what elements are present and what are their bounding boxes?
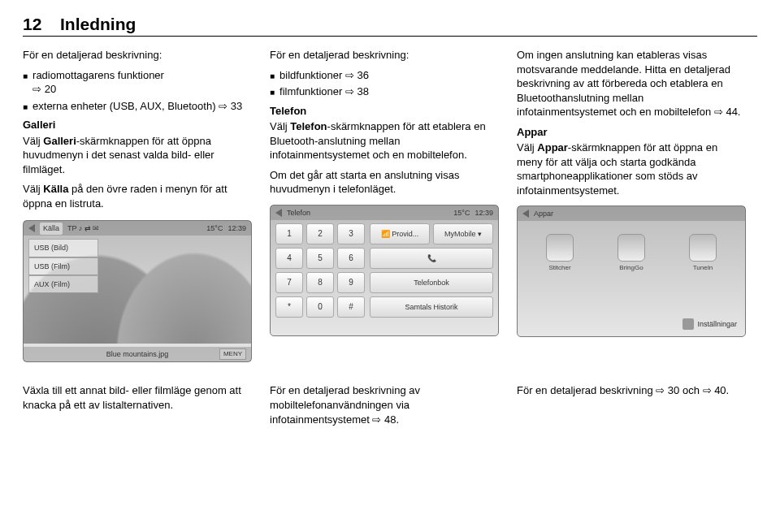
page-ref: ⇨ 36: [345, 68, 369, 83]
call-history-button[interactable]: Samtals Historik: [370, 296, 493, 318]
source-item-usb-bild[interactable]: USB (Bild): [28, 239, 98, 257]
key-3[interactable]: 3: [337, 223, 365, 244]
bottom-text-2: För en detaljerad beskrivning av mobilte…: [270, 383, 497, 426]
status-icons: TP ♪ ⇄ ✉: [67, 223, 99, 233]
section-title: Inledning: [60, 15, 136, 34]
telefon-p1: Välj Telefon-skärmknappen för att etable…: [270, 119, 497, 162]
source-item-usb-film[interactable]: USB (Film): [28, 257, 98, 275]
header-divider: [23, 36, 757, 37]
key-6[interactable]: 6: [337, 248, 365, 269]
galleri-screenshot: Källa TP ♪ ⇄ ✉ 15°C 12:39 USB (Bild) USB…: [23, 220, 252, 362]
bottom-col-3: För en detaljerad beskrivning ⇨ 30 och ⇨…: [517, 383, 744, 432]
key-4[interactable]: 4: [275, 248, 303, 269]
page-ref: ⇨ 33: [219, 99, 242, 114]
column-1: För en detaljerad beskrivning: ■ radiomo…: [23, 48, 250, 362]
square-bullet-icon: ■: [270, 71, 275, 82]
galleri-p2: Välj Källa på den övre raden i menyn för…: [23, 182, 250, 210]
col2-bullet-2: ■ filmfunktioner ⇨ 38: [270, 84, 497, 99]
telefon-heading: Telefon: [270, 104, 497, 119]
key-1[interactable]: 1: [275, 223, 303, 244]
thumb2-topbar: Telefon 15°C 12:39: [271, 205, 498, 220]
bottom-col-1: Växla till ett annat bild- eller filmläg…: [23, 383, 250, 432]
column-3: Om ingen anslutning kan etableras visas …: [517, 48, 744, 362]
bullet-text: radiomottagarens funktioner: [32, 69, 164, 81]
app-bringgo[interactable]: BringGo: [618, 234, 645, 273]
square-bullet-icon: ■: [23, 71, 28, 82]
device-dropdown[interactable]: MyMobile ▾: [433, 223, 493, 244]
key-2[interactable]: 2: [306, 223, 334, 244]
app-icon: [618, 234, 645, 262]
key-8[interactable]: 8: [306, 272, 334, 293]
thumb2-title: Telefon: [287, 208, 310, 218]
bottom-row: Växla till ett annat bild- eller filmläg…: [23, 383, 757, 432]
app-tunein[interactable]: TuneIn: [689, 234, 717, 273]
call-button[interactable]: 📞: [370, 248, 493, 269]
menu-button[interactable]: MENY: [219, 348, 246, 361]
thumb3-topbar: Appar: [518, 206, 745, 221]
square-bullet-icon: ■: [23, 102, 28, 113]
col2-bullet-1: ■ bildfunktioner ⇨ 36: [270, 68, 497, 83]
bottom-col-2: För en detaljerad beskrivning av mobilte…: [270, 383, 497, 432]
thumb1-caption: Blue mountains.jpg: [24, 347, 251, 361]
page-number: 12: [23, 15, 60, 34]
bottom-text-3: För en detaljerad beskrivning ⇨ 30 och ⇨…: [517, 383, 744, 398]
source-button[interactable]: Källa: [40, 223, 63, 234]
bottom-text-1: Växla till ett annat bild- eller filmläg…: [23, 383, 250, 412]
back-icon[interactable]: [28, 224, 35, 232]
page-ref: ⇨ 20: [32, 82, 56, 97]
col1-intro: För en detaljerad beskrivning:: [23, 48, 250, 63]
bullet-text: externa enheter (USB, AUX, Bluetooth): [32, 100, 215, 112]
back-icon[interactable]: [522, 210, 529, 218]
settings-button[interactable]: Inställningar: [682, 318, 737, 330]
clock-label: 12:39: [228, 223, 246, 233]
dial-keypad: 1 2 3 4 5 6 7 8 9 * 0 #: [275, 223, 365, 331]
col3-p1: Om ingen anslutning kan etableras visas …: [517, 48, 744, 119]
bullet-text: filmfunktioner: [280, 85, 342, 97]
phonebook-button[interactable]: Telefonbok: [370, 272, 493, 293]
col1-bullet-2: ■ externa enheter (USB, AUX, Bluetooth) …: [23, 99, 250, 114]
galleri-heading: Galleri: [23, 118, 250, 132]
key-7[interactable]: 7: [275, 272, 303, 293]
page-header: 12 Inledning: [23, 15, 757, 34]
appar-heading: Appar: [517, 125, 744, 140]
telefon-p2: Om det går att starta en anslutning visa…: [270, 168, 497, 197]
app-icon: [546, 234, 574, 262]
appar-p: Välj Appar-skärmknappen för att öppna en…: [517, 141, 744, 197]
phone-right-column: 📶 Provid... MyMobile ▾ 📞 Telefonbok Samt…: [370, 223, 493, 331]
col1-bullet-1: ■ radiomottagarens funktioner ⇨ 20: [23, 68, 250, 97]
source-item-aux-film[interactable]: AUX (Film): [28, 275, 98, 293]
appar-screenshot: Appar Stitcher BringGo TuneIn Inställnin…: [517, 205, 746, 337]
gear-icon: [682, 318, 694, 330]
key-9[interactable]: 9: [337, 272, 365, 293]
columns: För en detaljerad beskrivning: ■ radiomo…: [23, 48, 757, 362]
app-icon: [689, 234, 717, 262]
source-list: USB (Bild) USB (Film) AUX (Film): [28, 239, 98, 292]
key-star[interactable]: *: [275, 296, 303, 318]
thumb3-title: Appar: [534, 209, 553, 218]
galleri-p1: Välj Galleri-skärmknappen för att öppna …: [23, 134, 250, 177]
square-bullet-icon: ■: [270, 87, 275, 98]
telefon-screenshot: Telefon 15°C 12:39 1 2 3 4 5 6: [270, 205, 499, 336]
app-row: Stitcher BringGo TuneIn: [524, 234, 739, 273]
key-0[interactable]: 0: [306, 296, 334, 318]
provider-button[interactable]: 📶 Provid...: [370, 223, 430, 244]
key-hash[interactable]: #: [337, 296, 365, 318]
app-stitcher[interactable]: Stitcher: [546, 234, 574, 273]
bullet-text: bildfunktioner: [280, 69, 342, 81]
clock-label: 12:39: [474, 208, 493, 218]
key-5[interactable]: 5: [306, 248, 334, 269]
temp-label: 15°C: [206, 223, 223, 233]
temp-label: 15°C: [453, 208, 470, 218]
page-ref: ⇨ 38: [345, 84, 369, 99]
column-2: För en detaljerad beskrivning: ■ bildfun…: [270, 48, 497, 362]
back-icon[interactable]: [275, 209, 282, 217]
col2-intro: För en detaljerad beskrivning:: [270, 48, 497, 63]
